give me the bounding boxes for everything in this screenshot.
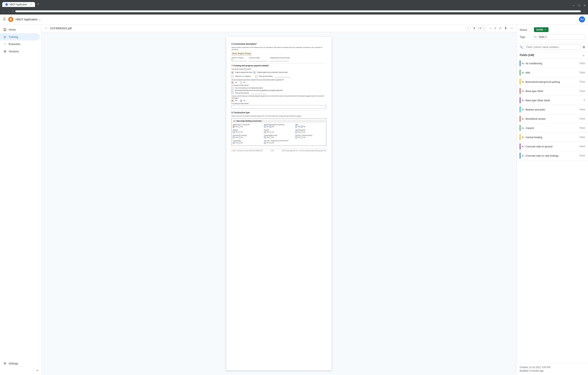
pdf-other-advise-row: Other (provide advise) [231, 92, 326, 94]
tab-favicon [5, 3, 8, 6]
window-maximize[interactable]: ☐ [578, 4, 580, 7]
status-row: Status DONE ▼ [520, 27, 585, 32]
kit-erect-no [301, 136, 303, 138]
tags-label: Tags [520, 35, 531, 38]
footer-meta: Created: 14 Jul 2021, 9:55 PM Modified: … [520, 365, 585, 373]
search-input[interactable] [524, 44, 581, 50]
pdf-section6-title: 6. Construction description* [231, 43, 326, 45]
tab-close[interactable]: ✕ [30, 3, 32, 6]
pdf-prev-page[interactable]: ‹ [466, 26, 470, 31]
user-avatar[interactable]: SU [579, 16, 585, 22]
attic-yes [295, 126, 297, 128]
pdf-page-total: 9 [480, 27, 481, 30]
landscaping-label: Landscaping [233, 140, 262, 142]
pdf-footer-right: HBCF Project application form— All work … [282, 150, 326, 152]
garage-label: Garage/carport/verandah (sqM) [270, 57, 290, 59]
yes1-checkbox: ✓ [231, 82, 233, 83]
pdf-storey-row: Number of storeys* 1 Living area (sqM) G… [231, 57, 326, 61]
field-item-concrete-slab-strip: A - Concrete slab on strip footings Fals… [517, 151, 588, 160]
pdf-next-page[interactable]: › [482, 26, 486, 31]
status-value: DONE [536, 28, 543, 31]
sidebar-item-training[interactable]: ◎ Training [0, 33, 40, 41]
kit-supply-label: Kit home – Supply and erect/construct* [264, 140, 294, 142]
pdf-no-guidelines-row: My Industry Association does not have an… [231, 89, 326, 92]
status-badge[interactable]: DONE ▼ [534, 27, 548, 32]
field-color-bearers-joists [520, 107, 520, 112]
pdf-funding-opts2: Settlement on completion Other (provide … [231, 75, 326, 78]
pdf-zoom-fit[interactable]: ⤢ [498, 26, 503, 30]
landscaping-no [238, 142, 240, 144]
pdf-no-assoc-row: I/we do not belong to an Industry Associ… [231, 87, 326, 89]
pdf-funding-q: How will the project be funded? [231, 68, 326, 70]
fields-title: Fields (140) [520, 54, 534, 56]
sidebar-item-home[interactable]: 🏠 Home [0, 26, 40, 33]
nav-forward-button[interactable]: → [7, 10, 10, 13]
field-item-central-heating: A - Central heating False [517, 133, 588, 142]
home-icon: 🏠 [3, 28, 7, 31]
sidebar-collapse-button[interactable]: « [0, 367, 41, 374]
apps-icon[interactable]: ⠿ [3, 17, 6, 22]
field-name-concrete-slab-strip: A - Concrete slab on strip footings [522, 154, 578, 157]
app-title: HBCF Application ⌄ [16, 18, 41, 21]
field-color-brick-veneer [520, 116, 520, 122]
pdf-yes2-row: ✓ Yes No [231, 100, 326, 102]
yes2-checkbox: ✓ [231, 100, 233, 102]
pdf-zoom-download[interactable]: ⬇ [503, 26, 508, 30]
kit-supply-yes [264, 142, 266, 144]
fields-collapse-button[interactable]: ⌄ [582, 53, 585, 57]
filter-icon[interactable]: ⊞ [583, 45, 585, 49]
tags-input[interactable]: 🏷 Scan ✕ [533, 34, 585, 40]
pdf-footer: © icare™ | Insurance and Care NSW 2021 |… [231, 149, 326, 152]
right-panel-header: Status DONE ▼ Tags 🏷 Scan ✕ [517, 24, 588, 43]
field-name-base-type-other-detail: A - Base type Other detail [522, 99, 582, 102]
tags-row: Tags 🏷 Scan ✕ [520, 34, 585, 40]
field-item-air-conditioning: A - Air conditioning False [517, 59, 588, 68]
status-dropdown-arrow: ▼ [545, 29, 546, 31]
footer-modified: Modified: 3 minutes ago [520, 369, 585, 373]
field-value-basement: False [579, 80, 585, 83]
pdf-handwritten-value: Deck, Pergola, Paving [231, 52, 252, 55]
pdf-more-options[interactable]: ··· [510, 26, 514, 30]
field-color-concrete-slab-strip [520, 153, 520, 159]
tag-remove-button[interactable]: ✕ [545, 36, 546, 38]
window-minimize[interactable]: — [572, 4, 575, 7]
browser-tab[interactable]: HBCF Application ✕ [2, 2, 35, 7]
field-value-base-type-other: False [579, 90, 585, 92]
sidebar-item-settings[interactable]: ⚙ Settings [0, 360, 40, 367]
field-value-air-conditioning: False [579, 62, 585, 65]
pdf-section6-subtitle: Please provide a description of the buil… [231, 46, 326, 51]
search-bar: 🔍 ⊞ [517, 43, 588, 51]
sidebar-item-extraction[interactable]: ↑ Extraction [0, 41, 40, 48]
pdf-construction-grid: Addition/new – Granny flat* ✓ Yes No Bas… [233, 124, 325, 144]
no1-checkbox [240, 82, 242, 83]
pdf-type-a-title: A – New single dwelling construction [233, 120, 325, 123]
field-item-bearers-joists: A - Bearers and joists False [517, 105, 588, 114]
app-title-arrow[interactable]: ⌄ [39, 18, 41, 21]
funding-opt3-checkbox [231, 75, 233, 77]
footer-created: Created: 14 Jul 2021, 9:55 PM [520, 365, 585, 369]
pdf-page: 6. Construction description* Please prov… [226, 37, 332, 370]
pdf-zoom-in[interactable]: + [493, 26, 497, 30]
transportable-label: Transportable house* [264, 134, 294, 137]
settings-icon: ⚙ [3, 362, 7, 365]
nav-back-button[interactable]: ← [2, 10, 5, 13]
transportable-yes [264, 136, 266, 138]
pdf-zoom-out[interactable]: − [488, 26, 492, 30]
no-assoc-checkbox [231, 87, 233, 89]
new-tab-button[interactable]: + [36, 1, 41, 7]
pdf-yes1-row: ✓ Yes No [231, 82, 326, 84]
no2-checkbox [240, 100, 242, 102]
pdf-page-input[interactable] [471, 26, 478, 30]
nav-reload-button[interactable]: ↺ [11, 10, 14, 13]
pdf-footer-left: © icare™ | Insurance and Care NSW 2021 |… [231, 150, 262, 152]
browser-menu-icon[interactable]: ⋮ [582, 9, 586, 13]
internal-floor-yes [233, 136, 235, 138]
field-color-carport [520, 125, 520, 131]
pdf-back-button[interactable]: ← [44, 26, 48, 30]
storey-label: Number of storeys* [231, 57, 247, 59]
window-close[interactable]: ✕ [584, 4, 586, 7]
field-item-attic: A - Attic False [517, 68, 588, 77]
sidebar-item-versions[interactable]: ⊞ Versions [0, 48, 40, 55]
field-value-carport: False [579, 127, 585, 129]
field-value-concrete-slab-ground: False [579, 145, 585, 148]
